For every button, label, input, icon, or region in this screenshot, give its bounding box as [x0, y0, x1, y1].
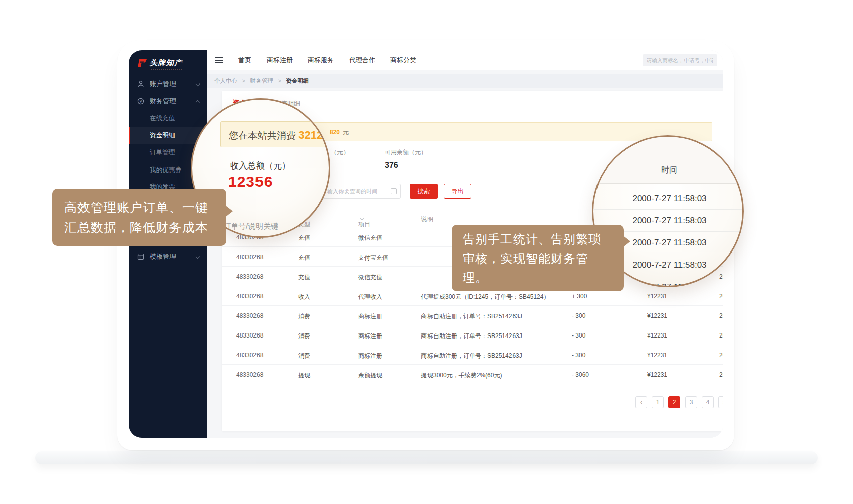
sidebar-item-label: 模板管理: [150, 248, 176, 265]
nav-trademark-register[interactable]: 商标注册: [267, 56, 293, 65]
sort-caret-icon: [360, 217, 364, 220]
nav-trademark-class[interactable]: 商标分类: [390, 56, 416, 65]
nav-agent-coop[interactable]: 代理合作: [349, 56, 375, 65]
time-filter-input[interactable]: [322, 184, 401, 199]
magnified-order-header: 订单号/说明关键: [223, 222, 278, 231]
pagination-page-3[interactable]: 3: [685, 396, 697, 408]
breadcrumb-separator: >: [242, 78, 245, 84]
callout-right-line3: 理。: [463, 268, 613, 287]
top-navbar: 首页 商标注册 商标服务 代理合作 商标分类: [207, 50, 723, 70]
table-row: 48330268 提现 余额提现 提现3000元，手续费2%(60元) - 30…: [222, 365, 723, 384]
table-row: 48330268 消费 商标注册 商标自助注册，订单号：SB2514263J -…: [222, 345, 723, 365]
pagination: ‹ 1 2 3 4 5: [635, 396, 723, 408]
magnified-income-value: 12356: [228, 173, 273, 190]
sidebar-item-online-recharge[interactable]: 在线充值: [129, 110, 207, 127]
pagination-page-4[interactable]: 4: [702, 396, 714, 408]
global-search-input[interactable]: [643, 54, 717, 66]
hamburger-icon[interactable]: [215, 57, 223, 63]
pagination-page-1[interactable]: 1: [652, 396, 664, 408]
calendar-icon[interactable]: [391, 188, 397, 194]
breadcrumb-current: 资金明细: [286, 78, 309, 84]
chevron-up-icon: [196, 100, 200, 104]
top-nav: 首页 商标注册 商标服务 代理合作 商标分类: [238, 50, 416, 70]
callout-left-line1: 高效管理账户订单、一键: [64, 197, 214, 217]
magnified-income-label: 收入总额（元）: [230, 160, 290, 172]
finance-icon: ¥: [137, 98, 144, 105]
banner-rest-amount: 820: [330, 129, 340, 136]
page: 头牌知产 账户管理 ¥: [0, 0, 853, 504]
summary-divider: [375, 150, 375, 168]
magnified-time-row: 2000-7-27 11:58:03: [593, 188, 744, 210]
nav-home[interactable]: 首页: [238, 56, 251, 65]
logo-tagline: [151, 69, 182, 70]
summary-balance: 可用余额（元） 376: [385, 148, 427, 170]
search-button[interactable]: 搜索: [410, 184, 438, 199]
time-filter: [322, 184, 401, 199]
user-icon: [137, 80, 144, 88]
callout-arrow-icon: [226, 206, 233, 217]
pagination-page-2[interactable]: 2: [668, 396, 680, 408]
template-icon: [137, 253, 144, 260]
breadcrumb-separator: >: [278, 78, 281, 84]
sidebar-item-account[interactable]: 账户管理: [129, 75, 207, 93]
callout-right-line2: 审核，实现智能财务管: [463, 249, 613, 268]
breadcrumb-parent[interactable]: 财务管理: [250, 78, 273, 84]
chevron-down-icon: [196, 255, 200, 259]
table-row: 48330268 消费 商标注册 商标自助注册，订单号：SB2514263J -…: [222, 306, 723, 325]
breadcrumb: 个人中心 > 财务管理 > 资金明细: [207, 74, 723, 88]
logo-brand: 头牌知产: [150, 58, 182, 68]
pagination-page-5[interactable]: 5: [718, 396, 723, 408]
callout-arrow-icon: [623, 236, 630, 247]
export-button[interactable]: 导出: [444, 184, 471, 199]
chevron-down-icon: [196, 82, 200, 86]
magnified-banner-prefix: 您在本站共消费: [229, 130, 298, 141]
callout-right: 告别手工统计、告别繁琐 审核，实现智能财务管 理。: [452, 225, 624, 291]
col-header-item[interactable]: 项目: [358, 215, 363, 222]
callout-left: 高效管理账户订单、一键 汇总数据，降低财务成本: [52, 189, 226, 246]
banner-unit: 元: [343, 129, 349, 136]
callout-right-line1: 告别手工统计、告别繁琐: [463, 230, 613, 249]
laptop-base: [35, 451, 818, 464]
summary-balance-label: 可用余额（元）: [385, 148, 427, 157]
table-row: 48330268 消费 商标注册 商标自助注册，订单号：SB2514263J -…: [222, 325, 723, 345]
sidebar-item-template[interactable]: 模板管理: [129, 248, 207, 265]
banner-rest-text: 820元: [330, 128, 349, 137]
sidebar-item-finance[interactable]: ¥ 财务管理: [129, 93, 207, 110]
sidebar-item-label: 账户管理: [150, 75, 176, 93]
sidebar-item-label: 财务管理: [150, 93, 176, 110]
pagination-prev[interactable]: ‹: [635, 396, 647, 408]
nav-trademark-service[interactable]: 商标服务: [308, 56, 334, 65]
summary-balance-value: 376: [385, 161, 427, 170]
logo[interactable]: 头牌知产: [137, 57, 202, 74]
global-search: [643, 54, 717, 66]
summary-spend-label: （元）: [331, 148, 349, 157]
magnified-banner: 您在本站共消费 32124: [220, 121, 330, 147]
logo-mark-icon: [137, 59, 148, 68]
callout-left-line2: 汇总数据，降低财务成本: [64, 217, 214, 237]
col-header-desc: 说明: [421, 215, 433, 224]
svg-text:¥: ¥: [139, 99, 142, 104]
breadcrumb-root[interactable]: 个人中心: [214, 78, 237, 84]
